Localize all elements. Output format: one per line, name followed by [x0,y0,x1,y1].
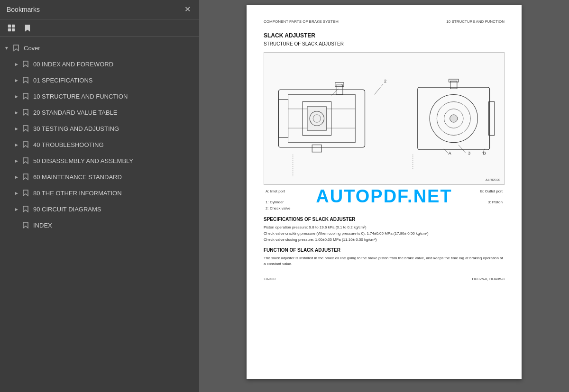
close-button[interactable]: ✕ [183,5,193,14]
section-subtitle: STRUCTURE OF SLACK ADJUSTER [264,41,505,47]
svg-rect-0 [8,25,11,27]
label-1: 1: Cylinder [266,200,284,205]
sidebar-item-label: 01 SPECIFICATIONS [33,77,92,84]
spec-text-2: Check valve cracking pressure (When cool… [264,231,505,236]
parts-labels-row3: 2: Check valve [264,206,505,211]
spec-text-3: Check valve closing pressure: 1.00±0.05 … [264,237,505,242]
chevron-icon: ► [13,125,20,132]
label-2: 2: Check valve [266,206,290,211]
bookmark-icon [22,109,29,116]
bookmark-icon [12,44,20,52]
chevron-icon: ► [13,77,20,83]
document-page: COMPONENT PARTS OF BRAKE SYSTEM 10 STRUC… [247,5,522,379]
sidebar-item-label: 90 CIRCUIT DIAGRAMS [33,206,101,213]
label-b: B: Outlet port [480,189,503,194]
sidebar-item-10-structure[interactable]: ► 10 STRUCTURE AND FUNCTION [0,88,199,104]
svg-rect-1 [12,25,15,27]
chevron-icon: ► [13,61,20,67]
chevron-icon: ► [13,190,20,196]
sidebar-header: Bookmarks ✕ [0,0,199,19]
sidebar-item-index[interactable]: INDEX [0,217,199,233]
bookmark-icon [22,141,29,148]
sidebar-item-label: 20 STANDARD VALUE TABLE [33,109,118,116]
sidebar-item-00-index[interactable]: ► 00 INDEX AND FOREWORD [0,56,199,72]
sidebar-item-40-trouble[interactable]: ► 40 TROUBLESHOOTING [0,137,199,153]
svg-line-35 [444,149,448,153]
bookmark-icon [22,173,29,181]
sidebar-item-label: 80 THE OTHER INFORMATION [33,190,122,197]
sidebar-item-label: 60 MAINTENANCE STANDARD [33,173,122,181]
sidebar-item-label: 30 TESTING AND ADJUSTING [33,125,119,132]
chevron-icon: ► [4,45,10,52]
svg-text:3: 3 [468,151,470,155]
parts-labels-row1: A: Inlet port B: Outlet port [264,189,505,194]
sidebar-item-label: 50 DISASSEMBLY AND ASSEMBLY [33,157,133,164]
bookmark-icon [22,125,29,132]
bookmark-icon [22,205,29,213]
func-title: FUNCTION OF SLACK ADJUSTER [264,247,505,254]
sidebar-item-20-standard[interactable]: ► 20 STANDARD VALUE TABLE [0,104,199,120]
bookmark-icon [22,189,29,197]
svg-rect-15 [312,145,321,152]
sidebar-item-label: INDEX [33,222,52,229]
bookmark-icon [22,221,29,229]
sidebar-item-30-testing[interactable]: ► 30 TESTING AND ADJUSTING [0,120,199,137]
sidebar-item-label: 10 STRUCTURE AND FUNCTION [33,93,128,100]
svg-rect-5 [278,100,288,138]
header-right: 10 STRUCTURE AND FUNCTION [446,19,505,24]
bookmark-icon [22,92,29,100]
sidebar-item-60-maintenance[interactable]: ► 60 MAINTENANCE STANDARD [0,169,199,185]
diagram-box: 1 2 3 B [264,52,505,185]
footer-page: 10-330 [264,276,275,282]
sidebar-item-01-specs[interactable]: ► 01 SPECIFICATIONS [0,72,199,88]
sidebar-item-label: Cover [24,45,40,52]
mechanical-diagram: 1 2 3 B [264,53,504,184]
chevron-icon: ► [13,109,20,116]
bookmark-icon [22,76,29,84]
sidebar: Bookmarks ✕ ► Cover ► 00 INDEX AND FOREW… [0,0,199,392]
svg-rect-2 [8,28,11,31]
sidebar-item-90-circuit[interactable]: ► 90 CIRCUIT DIAGRAMS [0,201,199,217]
bookmark-nav-icon [23,24,32,32]
chevron-icon: ► [13,157,20,164]
func-text: The slack adjuster is installed in the b… [264,255,505,267]
svg-text:A: A [449,151,452,155]
spec-title: SPECIFICATIONS OF SLACK ADJUSTER [264,216,505,223]
chevron-icon: ► [13,141,20,148]
section-title: SLACK ADJUSTER [264,32,505,40]
expand-all-button[interactable] [5,22,18,34]
svg-point-26 [450,115,458,122]
sidebar-title: Bookmarks [7,6,40,13]
sidebar-toolbar [0,19,199,37]
sidebar-content[interactable]: ► Cover ► 00 INDEX AND FOREWORD ► 01 SPE… [0,37,199,392]
svg-rect-3 [12,28,15,31]
chevron-icon: ► [13,206,20,212]
document-footer: 10-330 HD325-8, HD405-8 [264,276,505,282]
bookmark-icon [22,157,29,164]
label-3: 3: Piston [488,200,503,205]
bookmark-options-button[interactable] [21,22,34,34]
svg-rect-10 [307,107,326,131]
chevron-icon: ► [13,173,20,180]
bookmark-icon [22,60,29,68]
document-header: COMPONENT PARTS OF BRAKE SYSTEM 10 STRUC… [264,19,505,24]
expand-icon [7,24,16,32]
label-a: A: Inlet port [266,189,285,194]
sidebar-item-label: 40 TROUBLESHOOTING [33,141,104,148]
sidebar-item-label: 00 INDEX AND FOREWORD [33,61,113,68]
footer-model: HD325-8, HD405-8 [472,276,505,282]
spec-text-1: Piston operation pressure: 9.8 to 19.6 k… [264,225,505,230]
diagram-code: A4RI2020 [486,178,500,182]
svg-line-31 [459,145,466,153]
chevron-icon: ► [13,93,20,100]
svg-text:1: 1 [341,83,343,88]
header-left: COMPONENT PARTS OF BRAKE SYSTEM [264,19,339,24]
svg-line-21 [375,84,383,94]
sidebar-item-80-other[interactable]: ► 80 THE OTHER INFORMATION [0,185,199,201]
sidebar-item-cover[interactable]: ► Cover [0,40,199,56]
parts-labels-row2: 1: Cylinder 3: Piston [264,200,505,205]
svg-text:2: 2 [384,79,386,83]
main-content: AUTOPDF.NET COMPONENT PARTS OF BRAKE SYS… [199,0,569,392]
sidebar-item-50-disassembly[interactable]: ► 50 DISASSEMBLY AND ASSEMBLY [0,153,199,169]
